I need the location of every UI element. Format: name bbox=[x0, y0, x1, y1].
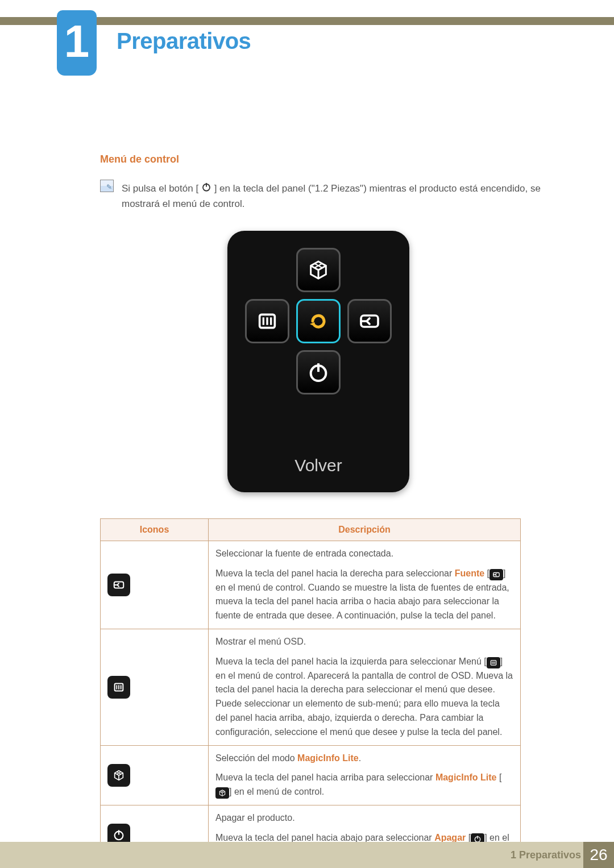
source-icon bbox=[358, 310, 381, 333]
icon-cell-cube bbox=[101, 745, 209, 805]
control-menu-source-button[interactable] bbox=[347, 299, 392, 343]
control-menu-return-button[interactable] bbox=[296, 299, 341, 343]
desc-p2: Mueva la tecla del panel hacia la derech… bbox=[215, 567, 513, 623]
source-icon bbox=[489, 569, 503, 580]
cube-icon bbox=[307, 259, 330, 281]
desc-p1: Apagar el producto. bbox=[215, 811, 513, 825]
th-desc: Descripción bbox=[209, 519, 521, 541]
chapter-tab: 1 bbox=[57, 10, 97, 76]
desc-p1: Seleccionar la fuente de entrada conecta… bbox=[215, 547, 513, 561]
footer-page-number: 26 bbox=[583, 842, 614, 868]
table-row: Seleccionar la fuente de entrada conecta… bbox=[101, 541, 521, 629]
control-menu-device: Volver bbox=[227, 231, 409, 492]
icon-cell-menu bbox=[101, 629, 209, 745]
desc-cell: Mostrar el menú OSD. Mueva la tecla del … bbox=[209, 629, 521, 745]
desc-p1: Selección del modo MagicInfo Lite. bbox=[215, 751, 513, 766]
desc-p2: Mueva la tecla del panel hacia la izquie… bbox=[215, 655, 513, 740]
section-title: Menú de control bbox=[100, 153, 179, 165]
desc-cell: Selección del modo MagicInfo Lite. Mueva… bbox=[209, 745, 521, 805]
power-icon bbox=[201, 182, 211, 192]
desc-p1: Mostrar el menú OSD. bbox=[215, 635, 513, 649]
cube-icon bbox=[107, 764, 130, 787]
note-paragraph: Si pulsa el botón [ ] en la tecla del pa… bbox=[122, 181, 546, 211]
return-icon bbox=[307, 310, 330, 333]
control-menu-grid bbox=[227, 248, 409, 394]
page-title: Preparativos bbox=[117, 28, 251, 54]
note-icon: ✎ bbox=[100, 180, 114, 192]
th-icons: Iconos bbox=[101, 519, 209, 541]
icons-description-table: Iconos Descripción Seleccionar la fuente… bbox=[100, 518, 521, 868]
note-text-a: Si pulsa el botón [ bbox=[122, 183, 198, 194]
desc-cell: Seleccionar la fuente de entrada conecta… bbox=[209, 541, 521, 629]
desc-p2: Mueva la tecla del panel hacia arriba pa… bbox=[215, 771, 513, 799]
source-icon bbox=[107, 574, 130, 596]
footer-label: 1 Preparativos bbox=[511, 849, 581, 861]
power-icon bbox=[307, 361, 330, 384]
table-row: Mostrar el menú OSD. Mueva la tecla del … bbox=[101, 629, 521, 745]
control-menu-cube-button[interactable] bbox=[296, 248, 341, 292]
control-menu-power-button[interactable] bbox=[296, 350, 341, 394]
menu-icon bbox=[256, 310, 279, 333]
icon-cell-source bbox=[101, 541, 209, 629]
table-row: Selección del modo MagicInfo Lite. Mueva… bbox=[101, 745, 521, 805]
control-menu-osd-button[interactable] bbox=[245, 299, 289, 343]
device-label: Volver bbox=[227, 456, 409, 475]
menu-icon bbox=[487, 657, 500, 668]
cube-icon bbox=[215, 787, 229, 799]
page-footer: 1 Preparativos 26 bbox=[0, 842, 614, 868]
menu-icon bbox=[107, 676, 130, 699]
chapter-number: 1 bbox=[64, 19, 90, 64]
